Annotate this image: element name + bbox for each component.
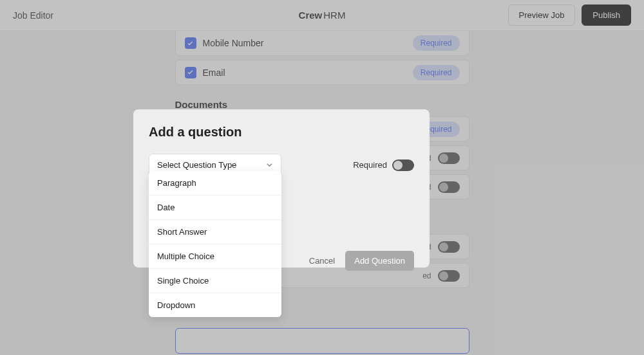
add-question-button[interactable]: Add Question bbox=[345, 251, 414, 271]
required-label: Required bbox=[353, 160, 387, 170]
chevron-down-icon bbox=[266, 161, 273, 168]
required-toggle-group: Required bbox=[353, 159, 414, 171]
dropdown-item-dropdown[interactable]: Dropdown bbox=[149, 293, 281, 317]
dropdown-item-multiple-choice[interactable]: Multiple Choice bbox=[149, 244, 281, 269]
dropdown-item-short-answer[interactable]: Short Answer bbox=[149, 220, 281, 244]
question-type-dropdown: Paragraph Date Short Answer Multiple Cho… bbox=[149, 171, 281, 317]
dropdown-item-date[interactable]: Date bbox=[149, 196, 281, 220]
required-toggle[interactable] bbox=[392, 159, 414, 171]
dropdown-item-single-choice[interactable]: Single Choice bbox=[149, 269, 281, 293]
select-label: Select Question Type bbox=[157, 160, 236, 170]
dropdown-item-paragraph[interactable]: Paragraph bbox=[149, 171, 281, 196]
modal-title: Add a question bbox=[149, 125, 414, 140]
cancel-button[interactable]: Cancel bbox=[309, 251, 335, 271]
